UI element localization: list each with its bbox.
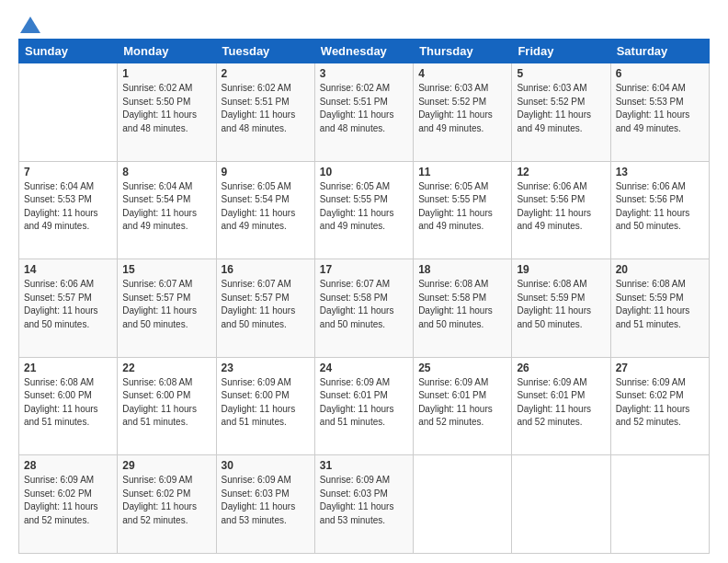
logo-text (18, 17, 40, 33)
cell-content: Sunrise: 6:08 AMSunset: 5:59 PMDaylight:… (517, 278, 605, 331)
day-number: 24 (320, 362, 408, 374)
cell-content: Sunrise: 6:03 AMSunset: 5:52 PMDaylight:… (418, 82, 506, 135)
cell-content: Sunrise: 6:09 AMSunset: 6:01 PMDaylight:… (320, 376, 408, 430)
cell-content: Sunrise: 6:09 AMSunset: 6:02 PMDaylight:… (24, 474, 112, 527)
calendar-cell: 20Sunrise: 6:08 AMSunset: 5:59 PMDayligh… (610, 259, 709, 358)
cell-content: Sunrise: 6:06 AMSunset: 5:56 PMDaylight:… (517, 180, 605, 234)
calendar-cell (19, 63, 118, 162)
day-number: 27 (616, 362, 704, 374)
cell-content: Sunrise: 6:05 AMSunset: 5:55 PMDaylight:… (418, 180, 506, 234)
day-number: 17 (320, 263, 408, 276)
day-number: 16 (222, 263, 310, 276)
day-number: 6 (616, 67, 704, 80)
day-number: 18 (418, 263, 506, 276)
day-number: 5 (517, 67, 605, 80)
calendar-cell: 10Sunrise: 6:05 AMSunset: 5:55 PMDayligh… (314, 161, 413, 259)
cell-content: Sunrise: 6:02 AMSunset: 5:50 PMDaylight:… (122, 82, 210, 135)
day-number: 21 (24, 362, 112, 374)
calendar-row: 28Sunrise: 6:09 AMSunset: 6:02 PMDayligh… (19, 455, 710, 554)
day-number: 26 (517, 362, 605, 374)
calendar-cell (512, 455, 610, 554)
calendar-cell: 5Sunrise: 6:03 AMSunset: 5:52 PMDaylight… (512, 63, 610, 162)
cell-content: Sunrise: 6:09 AMSunset: 6:03 PMDaylight:… (320, 474, 408, 527)
header-day: Monday (118, 40, 216, 63)
day-number: 2 (222, 67, 310, 80)
cell-content: Sunrise: 6:02 AMSunset: 5:51 PMDaylight:… (222, 82, 310, 135)
cell-content: Sunrise: 6:09 AMSunset: 6:02 PMDaylight:… (616, 376, 704, 430)
day-number: 11 (418, 166, 506, 178)
cell-content: Sunrise: 6:08 AMSunset: 6:00 PMDaylight:… (122, 376, 210, 430)
day-number: 10 (320, 166, 408, 178)
cell-content: Sunrise: 6:08 AMSunset: 6:00 PMDaylight:… (24, 376, 112, 430)
cell-content: Sunrise: 6:04 AMSunset: 5:53 PMDaylight:… (24, 180, 112, 234)
cell-content: Sunrise: 6:07 AMSunset: 5:57 PMDaylight:… (122, 278, 210, 331)
day-number: 14 (24, 263, 112, 276)
day-number: 31 (320, 459, 408, 472)
cell-content: Sunrise: 6:04 AMSunset: 5:53 PMDaylight:… (616, 82, 704, 135)
day-number: 12 (517, 166, 605, 178)
calendar-cell: 11Sunrise: 6:05 AMSunset: 5:55 PMDayligh… (414, 161, 512, 259)
calendar-cell: 23Sunrise: 6:09 AMSunset: 6:00 PMDayligh… (216, 357, 314, 455)
cell-content: Sunrise: 6:05 AMSunset: 5:54 PMDaylight:… (222, 180, 310, 234)
calendar-cell: 6Sunrise: 6:04 AMSunset: 5:53 PMDaylight… (610, 63, 709, 162)
calendar-cell: 15Sunrise: 6:07 AMSunset: 5:57 PMDayligh… (118, 259, 216, 358)
calendar-cell: 24Sunrise: 6:09 AMSunset: 6:01 PMDayligh… (314, 357, 413, 455)
cell-content: Sunrise: 6:02 AMSunset: 5:51 PMDaylight:… (320, 82, 408, 135)
calendar-cell: 16Sunrise: 6:07 AMSunset: 5:57 PMDayligh… (216, 259, 314, 358)
calendar-cell: 27Sunrise: 6:09 AMSunset: 6:02 PMDayligh… (610, 357, 709, 455)
header-day: Saturday (610, 40, 709, 63)
calendar-row: 1Sunrise: 6:02 AMSunset: 5:50 PMDaylight… (19, 63, 710, 162)
cell-content: Sunrise: 6:06 AMSunset: 5:57 PMDaylight:… (24, 278, 112, 331)
day-number: 19 (517, 263, 605, 276)
calendar-cell: 8Sunrise: 6:04 AMSunset: 5:54 PMDaylight… (118, 161, 216, 259)
calendar-cell: 29Sunrise: 6:09 AMSunset: 6:02 PMDayligh… (118, 455, 216, 554)
calendar-cell: 17Sunrise: 6:07 AMSunset: 5:58 PMDayligh… (314, 259, 413, 358)
cell-content: Sunrise: 6:09 AMSunset: 6:01 PMDaylight:… (517, 376, 605, 430)
calendar-cell: 14Sunrise: 6:06 AMSunset: 5:57 PMDayligh… (19, 259, 118, 358)
calendar-table: SundayMondayTuesdayWednesdayThursdayFrid… (18, 39, 710, 554)
calendar-cell: 4Sunrise: 6:03 AMSunset: 5:52 PMDaylight… (414, 63, 512, 162)
cell-content: Sunrise: 6:04 AMSunset: 5:54 PMDaylight:… (122, 180, 210, 234)
day-number: 23 (222, 362, 310, 374)
day-number: 29 (122, 459, 210, 472)
calendar-cell (414, 455, 512, 554)
header (18, 17, 710, 31)
calendar-cell: 31Sunrise: 6:09 AMSunset: 6:03 PMDayligh… (314, 455, 413, 554)
svg-marker-0 (20, 17, 40, 33)
cell-content: Sunrise: 6:08 AMSunset: 5:59 PMDaylight:… (616, 278, 704, 331)
calendar-cell: 30Sunrise: 6:09 AMSunset: 6:03 PMDayligh… (216, 455, 314, 554)
calendar-cell: 28Sunrise: 6:09 AMSunset: 6:02 PMDayligh… (19, 455, 118, 554)
cell-content: Sunrise: 6:09 AMSunset: 6:02 PMDaylight:… (122, 474, 210, 527)
header-day: Friday (512, 40, 610, 63)
header-day: Thursday (414, 40, 512, 63)
logo (18, 17, 40, 31)
day-number: 25 (418, 362, 506, 374)
calendar-cell: 18Sunrise: 6:08 AMSunset: 5:58 PMDayligh… (414, 259, 512, 358)
calendar-page: SundayMondayTuesdayWednesdayThursdayFrid… (0, 0, 728, 563)
cell-content: Sunrise: 6:09 AMSunset: 6:00 PMDaylight:… (222, 376, 310, 430)
day-number: 20 (616, 263, 704, 276)
cell-content: Sunrise: 6:06 AMSunset: 5:56 PMDaylight:… (616, 180, 704, 234)
cell-content: Sunrise: 6:07 AMSunset: 5:58 PMDaylight:… (320, 278, 408, 331)
calendar-cell: 25Sunrise: 6:09 AMSunset: 6:01 PMDayligh… (414, 357, 512, 455)
calendar-cell: 26Sunrise: 6:09 AMSunset: 6:01 PMDayligh… (512, 357, 610, 455)
day-number: 28 (24, 459, 112, 472)
calendar-cell: 1Sunrise: 6:02 AMSunset: 5:50 PMDaylight… (118, 63, 216, 162)
cell-content: Sunrise: 6:09 AMSunset: 6:01 PMDaylight:… (418, 376, 506, 430)
calendar-cell: 9Sunrise: 6:05 AMSunset: 5:54 PMDaylight… (216, 161, 314, 259)
logo-icon (20, 17, 40, 33)
header-day: Tuesday (216, 40, 314, 63)
calendar-cell: 3Sunrise: 6:02 AMSunset: 5:51 PMDaylight… (314, 63, 413, 162)
calendar-cell: 2Sunrise: 6:02 AMSunset: 5:51 PMDaylight… (216, 63, 314, 162)
day-number: 22 (122, 362, 210, 374)
day-number: 13 (616, 166, 704, 178)
cell-content: Sunrise: 6:08 AMSunset: 5:58 PMDaylight:… (418, 278, 506, 331)
cell-content: Sunrise: 6:09 AMSunset: 6:03 PMDaylight:… (222, 474, 310, 527)
calendar-row: 21Sunrise: 6:08 AMSunset: 6:00 PMDayligh… (19, 357, 710, 455)
calendar-cell: 12Sunrise: 6:06 AMSunset: 5:56 PMDayligh… (512, 161, 610, 259)
header-row: SundayMondayTuesdayWednesdayThursdayFrid… (19, 40, 710, 63)
day-number: 1 (122, 67, 210, 80)
day-number: 4 (418, 67, 506, 80)
calendar-cell: 19Sunrise: 6:08 AMSunset: 5:59 PMDayligh… (512, 259, 610, 358)
header-day: Wednesday (314, 40, 413, 63)
